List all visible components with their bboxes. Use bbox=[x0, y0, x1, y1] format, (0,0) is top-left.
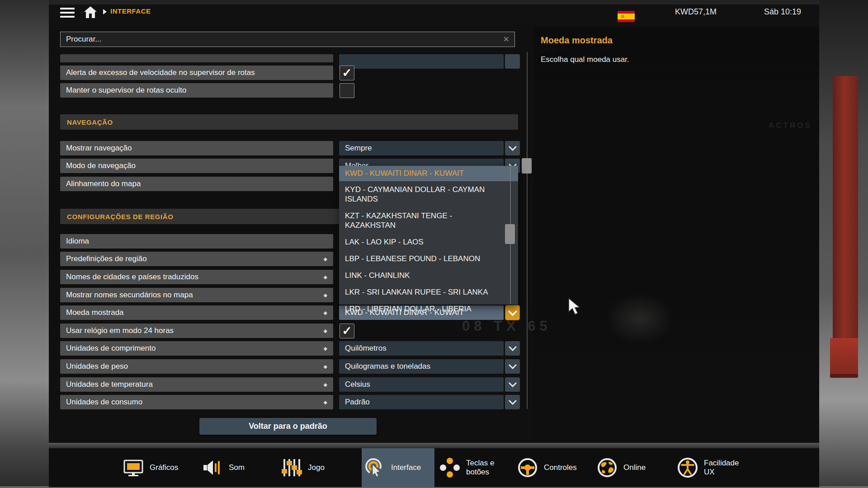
accessibility-icon bbox=[677, 457, 698, 478]
setting-row-consumption-units[interactable]: Unidades de consumo ◆ bbox=[60, 395, 333, 409]
home-icon[interactable] bbox=[84, 6, 97, 19]
currency-option[interactable]: LRD - LIBERIAN DOLLAR - LIBERIA bbox=[339, 300, 518, 317]
setting-row-region-presets[interactable]: Predefinições de região ◆ bbox=[60, 252, 333, 266]
clipped-chevron-button[interactable] bbox=[505, 54, 520, 69]
controls-wheel-icon bbox=[517, 457, 538, 478]
online-globe-icon bbox=[597, 457, 618, 478]
currency-option[interactable]: LKR - SRI LANKAN RUPEE - SRI LANKA bbox=[339, 284, 518, 300]
setting-row-weight-units[interactable]: Unidades de peso ◆ bbox=[60, 359, 333, 374]
checkbox-hide-route-advisor[interactable] bbox=[340, 83, 354, 98]
setting-row-show-navigation[interactable]: Mostrar navegação bbox=[60, 141, 333, 155]
diamond-icon: ◆ bbox=[324, 310, 327, 316]
diamond-icon: ◆ bbox=[324, 274, 327, 280]
tab-game[interactable]: Jogo bbox=[281, 448, 325, 487]
currency-dropdown-list: KWD - KUWAITI DINAR - KUWAIT KYD - CAYMA… bbox=[339, 166, 518, 305]
check-icon: ✓ bbox=[342, 324, 352, 338]
currency-option[interactable]: KYD - CAYMANIAN DOLLAR - CAYMAN ISLANDS bbox=[339, 181, 518, 207]
red-pillar bbox=[833, 76, 858, 347]
select-weight-units[interactable]: Quilogramas e toneladas bbox=[339, 359, 504, 374]
clock-display: Sáb 10:19 bbox=[764, 7, 801, 17]
currency-option[interactable]: LAK - LAO KIP - LAOS bbox=[339, 234, 518, 250]
truck-license-plate: 08 TX 65 bbox=[462, 318, 552, 334]
tab-graphics[interactable]: Gráficos bbox=[123, 448, 178, 487]
setting-row-language[interactable]: Idioma bbox=[60, 234, 333, 249]
search-placeholder: Procurar... bbox=[66, 35, 503, 44]
select-length-units[interactable]: Quilômetros bbox=[339, 341, 504, 356]
diamond-icon: ◆ bbox=[324, 382, 327, 388]
select-consumption-units[interactable]: Padrão bbox=[339, 395, 504, 409]
diamond-icon: ◆ bbox=[324, 399, 327, 405]
tab-accessibility-ux[interactable]: Facilidade UX bbox=[677, 448, 754, 487]
dropdown-scrollbar-thumb[interactable] bbox=[505, 224, 515, 244]
tab-online[interactable]: Online bbox=[597, 448, 646, 487]
section-header-navigation: NAVEGAÇÃO bbox=[60, 114, 518, 130]
red-toolbox bbox=[830, 338, 858, 378]
checkbox-24h-clock[interactable]: ✓ bbox=[340, 324, 354, 338]
diamond-icon: ◆ bbox=[324, 346, 327, 352]
interface-cursor-icon bbox=[364, 457, 385, 478]
diamond-icon: ◆ bbox=[324, 256, 327, 262]
currency-option[interactable]: LINK - CHAINLINK bbox=[339, 267, 518, 284]
mouse-cursor bbox=[568, 297, 583, 319]
chevron-down-icon[interactable] bbox=[505, 341, 520, 356]
currency-option-selected[interactable]: KWD - KUWAITI DINAR - KUWAIT bbox=[339, 166, 518, 181]
main-scrollbar-thumb[interactable] bbox=[522, 158, 532, 174]
tab-sound[interactable]: Som bbox=[202, 448, 245, 487]
select-show-navigation[interactable]: Sempre bbox=[339, 141, 504, 155]
graphics-monitor-icon bbox=[123, 457, 144, 478]
setting-row-navigation-mode[interactable]: Modo de navegação bbox=[60, 159, 333, 173]
breadcrumb: INTERFACE bbox=[110, 7, 151, 15]
setting-row-temperature-units[interactable]: Unidades de temperatura ◆ bbox=[60, 377, 333, 392]
setting-row-secondary-names[interactable]: Mostrar nomes secundários no mapa ◆ bbox=[60, 288, 333, 302]
setting-row-displayed-currency[interactable]: Moeda mostrada ◆ bbox=[60, 305, 333, 320]
help-panel-description: Escolha qual moeda usar. bbox=[541, 55, 629, 64]
garage-floor-strip bbox=[49, 443, 819, 448]
money-display: KWD57,1M bbox=[675, 7, 717, 17]
tab-interface[interactable]: Interface bbox=[364, 448, 421, 487]
sound-speaker-icon bbox=[202, 457, 223, 478]
clipped-setting-select[interactable] bbox=[339, 54, 504, 69]
setting-row-translated-names[interactable]: Nomes de cidades e países traduzidos ◆ bbox=[60, 270, 333, 284]
truck-silhouette bbox=[533, 27, 819, 443]
currency-option[interactable]: LBP - LEBANESE POUND - LEBANON bbox=[339, 250, 518, 267]
tab-keys-buttons[interactable]: Teclas e botões bbox=[439, 448, 507, 487]
setting-row-hide-route-advisor[interactable]: Manter o supervisor de rotas oculto bbox=[60, 83, 333, 98]
diamond-icon: ◆ bbox=[324, 364, 327, 370]
garage-wall-left bbox=[0, 0, 49, 488]
clipped-setting-row[interactable] bbox=[60, 54, 333, 62]
chevron-down-icon[interactable] bbox=[505, 359, 520, 374]
currency-option[interactable]: KZT - KAZAKHSTANI TENGE - KAZAKHSTAN bbox=[339, 207, 518, 234]
setting-row-length-units[interactable]: Unidades de comprimento ◆ bbox=[60, 341, 333, 356]
chevron-down-icon[interactable] bbox=[505, 395, 520, 409]
setting-row-map-alignment[interactable]: Alinhamento do mapa bbox=[60, 177, 333, 191]
tab-controls[interactable]: Controles bbox=[517, 448, 577, 487]
spain-flag-icon bbox=[618, 11, 635, 22]
truck-brand-text: ACTROS bbox=[769, 121, 812, 130]
breadcrumb-arrow-icon bbox=[103, 9, 107, 14]
check-icon: ✓ bbox=[342, 66, 352, 80]
hamburger-menu-icon[interactable] bbox=[60, 8, 75, 18]
help-panel-title: Moeda mostrada bbox=[541, 35, 613, 46]
clear-search-icon[interactable]: × bbox=[503, 34, 509, 44]
keys-buttons-icon bbox=[439, 457, 460, 478]
main-scrollbar-track[interactable] bbox=[527, 52, 528, 409]
search-input[interactable]: Procurar... × bbox=[60, 32, 515, 47]
truck-headlight-glow bbox=[606, 294, 674, 343]
select-temperature-units[interactable]: Celsius bbox=[339, 377, 504, 392]
diamond-icon: ◆ bbox=[324, 292, 327, 298]
chevron-down-icon[interactable] bbox=[505, 141, 520, 155]
reset-to-default-button[interactable]: Voltar para o padrão bbox=[199, 418, 377, 435]
setting-row-24h-clock[interactable]: Usar relógio em modo 24 horas ◆ bbox=[60, 324, 333, 338]
checkbox-speed-warning[interactable]: ✓ bbox=[340, 66, 354, 80]
diamond-icon: ◆ bbox=[324, 328, 327, 334]
chevron-down-icon[interactable] bbox=[505, 377, 520, 392]
setting-row-speed-warning[interactable]: Alerta de excesso de velocidade no super… bbox=[60, 66, 333, 80]
game-sliders-icon bbox=[281, 457, 302, 478]
